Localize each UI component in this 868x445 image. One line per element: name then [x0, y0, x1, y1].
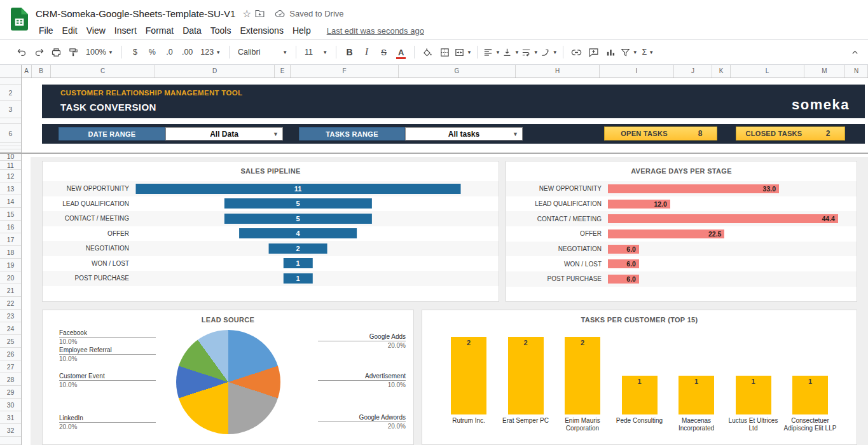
borders-button[interactable]	[437, 44, 453, 60]
row-header-2[interactable]: 2	[0, 85, 21, 101]
sheet-canvas[interactable]: CUSTOMER RELATIONSHIP MANAGEMENT TOOL TA…	[22, 78, 868, 445]
row-header-21[interactable]: 21	[0, 284, 21, 297]
row-header[interactable]	[0, 437, 21, 445]
row-header-20[interactable]: 20	[0, 271, 21, 284]
row-header[interactable]	[0, 118, 21, 124]
column-header-I[interactable]: I	[600, 65, 674, 78]
row-header-22[interactable]: 22	[0, 297, 21, 310]
row-header-16[interactable]: 16	[0, 221, 21, 233]
row-header-23[interactable]: 23	[0, 310, 21, 322]
row-header-31[interactable]: 31	[0, 411, 21, 424]
sales-pipeline-chart[interactable]: SALES PIPELINE NEW OPPORTUNITY11LEAD QUA…	[42, 161, 499, 302]
menu-edit[interactable]: Edit	[58, 24, 82, 38]
menu-insert[interactable]: Insert	[110, 24, 141, 38]
sheets-logo-icon[interactable]	[11, 8, 28, 39]
row-header-24[interactable]: 24	[0, 322, 21, 335]
column-header-G[interactable]: G	[399, 65, 516, 78]
row-header[interactable]	[0, 78, 21, 85]
format-currency-button[interactable]: $	[127, 44, 143, 60]
menu-data[interactable]: Data	[178, 24, 206, 38]
row-header-14[interactable]: 14	[0, 195, 21, 208]
row-header-30[interactable]: 30	[0, 399, 21, 411]
date-range-button[interactable]: DATE RANGE	[59, 127, 165, 140]
menu-file[interactable]: File	[34, 24, 58, 38]
column-header-M[interactable]: M	[804, 65, 845, 78]
date-range-dropdown[interactable]: All Data▼	[165, 127, 283, 140]
format-percent-button[interactable]: %	[144, 44, 160, 60]
column-header-D[interactable]: D	[155, 65, 275, 78]
create-filter-button[interactable]: ▼	[620, 44, 638, 60]
row-header-29[interactable]: 29	[0, 386, 21, 399]
redo-button[interactable]	[31, 44, 47, 60]
row-header-18[interactable]: 18	[0, 246, 21, 259]
text-color-button[interactable]: A	[393, 44, 409, 60]
text-wrap-button[interactable]: ▼	[521, 44, 539, 60]
row-header-25[interactable]: 25	[0, 335, 21, 348]
fill-color-button[interactable]	[420, 44, 436, 60]
select-all-corner[interactable]	[0, 65, 22, 78]
column-header-J[interactable]: J	[674, 65, 712, 78]
column-header-F[interactable]: F	[291, 65, 399, 78]
bar-track: 1	[135, 273, 460, 284]
row-header-19[interactable]: 19	[0, 259, 21, 271]
spreadsheet-title[interactable]: CRM-Someka-Google-Sheets-Template-SU-V1	[34, 8, 239, 19]
column-header-A[interactable]: A	[22, 65, 32, 78]
star-icon[interactable]: ☆	[239, 8, 254, 20]
column-header-K[interactable]: K	[712, 65, 731, 78]
tasks-range-dropdown[interactable]: All tasks▼	[405, 127, 523, 140]
insert-link-button[interactable]	[568, 44, 584, 60]
row-header-26[interactable]: 26	[0, 348, 21, 360]
average-days-chart[interactable]: AVERAGE DAYS PER STAGE NEW OPPORTUNITY33…	[506, 161, 857, 302]
horizontal-align-button[interactable]: ▼	[483, 44, 500, 60]
font-select[interactable]: Calibri▼	[235, 44, 291, 60]
strikethrough-button[interactable]: S	[376, 44, 392, 60]
decrease-decimal-button[interactable]: .0	[162, 44, 177, 60]
functions-button[interactable]: Σ▼	[639, 44, 658, 60]
column-header-N[interactable]: N	[845, 65, 868, 78]
menu-help[interactable]: Help	[288, 24, 315, 38]
menu-tools[interactable]: Tools	[206, 24, 236, 38]
print-button[interactable]	[48, 44, 64, 60]
last-edit-link[interactable]: Last edit was seconds ago	[327, 26, 424, 36]
column-header-C[interactable]: C	[51, 65, 155, 78]
undo-button[interactable]	[14, 44, 30, 60]
move-folder-icon[interactable]	[254, 8, 270, 19]
row-header-15[interactable]: 15	[0, 208, 21, 221]
bold-button[interactable]: B	[341, 44, 357, 60]
menu-format[interactable]: Format	[141, 24, 178, 38]
lead-source-chart[interactable]: LEAD SOURCE Facebook10.0%Employee Referr…	[42, 310, 414, 445]
tasks-per-customer-chart[interactable]: TASKS PER CUSTOMER (TOP 15) 2Rutrum Inc.…	[422, 310, 857, 445]
zoom-select[interactable]: 100%▼	[83, 44, 116, 60]
row-header-17[interactable]: 17	[0, 233, 21, 246]
menu-view[interactable]: View	[82, 24, 110, 38]
tasks-range-button[interactable]: TASKS RANGE	[299, 127, 405, 140]
menu-extensions[interactable]: Extensions	[235, 24, 287, 38]
row-header-32[interactable]: 32	[0, 424, 21, 437]
pie-label: Facebook10.0%	[59, 329, 156, 345]
column-header-H[interactable]: H	[516, 65, 600, 78]
saved-status[interactable]: Saved to Drive	[275, 8, 343, 19]
row-header-28[interactable]: 28	[0, 373, 21, 386]
row-header-12[interactable]: 12	[0, 170, 21, 182]
column-header-L[interactable]: L	[731, 65, 804, 78]
text-rotation-button[interactable]: ▼	[540, 44, 558, 60]
italic-button[interactable]: I	[359, 44, 375, 60]
row-header-11[interactable]: 11	[0, 161, 21, 170]
insert-chart-button[interactable]	[603, 44, 619, 60]
row-header-27[interactable]: 27	[0, 360, 21, 373]
font-size-select[interactable]: 11▼	[301, 44, 331, 60]
number-format-button[interactable]: 123▼	[197, 44, 224, 60]
frozen-rows-divider[interactable]	[0, 153, 868, 154]
insert-comment-button[interactable]	[586, 44, 602, 60]
column-header-B[interactable]: B	[32, 65, 51, 78]
row-header-13[interactable]: 13	[0, 182, 21, 195]
hide-menus-button[interactable]	[847, 44, 863, 60]
paint-format-button[interactable]	[65, 44, 81, 60]
column-header-E[interactable]: E	[275, 65, 291, 78]
category-label: NEGOTIATION	[48, 245, 135, 252]
row-header-3[interactable]: 3	[0, 101, 21, 118]
merge-cells-button[interactable]: ▼	[454, 44, 472, 60]
row-header-6[interactable]: 6	[0, 124, 21, 143]
increase-decimal-button[interactable]: .00	[179, 44, 196, 60]
vertical-align-button[interactable]: ▼	[502, 44, 520, 60]
